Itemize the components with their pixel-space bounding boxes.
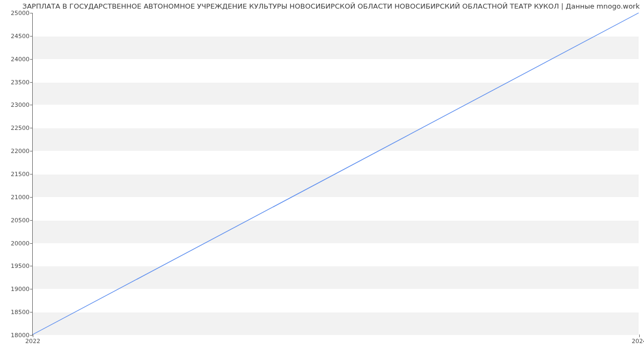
y-tick-label: 20000: [11, 239, 33, 246]
chart-title: ЗАРПЛАТА В ГОСУДАРСТВЕННОЕ АВТОНОМНОЕ УЧ…: [4, 2, 640, 10]
y-tick-label: 24000: [11, 55, 33, 62]
y-tick-label: 21500: [11, 171, 33, 178]
y-tick-label: 24500: [11, 32, 33, 39]
grid-line: [33, 335, 639, 336]
y-tick-label: 23500: [11, 78, 33, 85]
y-tick-label: 22000: [11, 148, 33, 155]
y-tick-label: 23000: [11, 101, 33, 108]
y-tick-label: 19500: [11, 263, 33, 270]
y-tick-label: 25000: [11, 10, 33, 17]
y-tick-label: 19000: [11, 286, 33, 293]
x-tick-label: 2024: [632, 335, 644, 345]
data-line: [33, 13, 639, 335]
plot-area: 1800018500190001950020000205002100021500…: [32, 13, 639, 335]
chart-container: ЗАРПЛАТА В ГОСУДАРСТВЕННОЕ АВТОНОМНОЕ УЧ…: [0, 0, 644, 349]
x-tick-label: 2022: [25, 335, 40, 345]
y-tick-label: 20500: [11, 216, 33, 223]
y-tick-label: 21000: [11, 193, 33, 200]
line-layer: [33, 13, 639, 335]
y-tick-label: 18500: [11, 309, 33, 316]
y-tick-label: 22500: [11, 125, 33, 132]
